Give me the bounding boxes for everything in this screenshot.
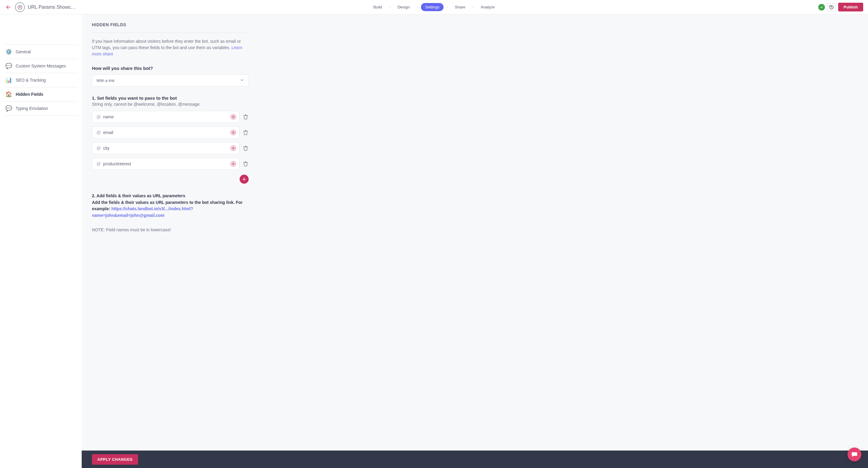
trash-icon[interactable] — [243, 114, 249, 120]
bar-chart-icon: 📊 — [5, 77, 12, 83]
nav-design[interactable]: Design — [393, 3, 414, 11]
chevron-right-icon: › — [472, 5, 473, 9]
lowercase-note: NOTE: Field names must be in lowercase! — [92, 227, 249, 232]
history-button[interactable] — [827, 3, 836, 11]
svg-point-2 — [19, 6, 21, 7]
apply-changes-button[interactable]: APPLY CHANGES — [92, 454, 138, 465]
type-badge: A — [230, 161, 236, 167]
field-box: @ A — [92, 142, 240, 154]
fields-list: @ A @ A — [92, 111, 249, 184]
back-arrow-icon[interactable] — [5, 4, 12, 11]
type-badge: A — [230, 114, 236, 120]
publish-button[interactable]: Publish — [838, 3, 863, 11]
field-input-productinterest[interactable] — [103, 161, 230, 166]
svg-point-3 — [20, 6, 20, 7]
type-badge: A — [230, 145, 236, 151]
chevron-right-icon: › — [417, 5, 418, 9]
field-box: @ A — [92, 111, 240, 123]
step1-title: 1. Set fields you want to pass to the bo… — [92, 96, 249, 101]
field-input-city[interactable] — [103, 146, 230, 151]
field-row: @ A — [92, 142, 249, 154]
gear-icon: ⚙️ — [5, 48, 12, 55]
status-ok-icon — [818, 4, 825, 10]
share-select-value: With a link — [96, 78, 115, 83]
chat-icon: 💬 — [5, 63, 12, 69]
type-badge: A — [230, 130, 236, 136]
share-question: How will you share this bot? — [92, 66, 249, 71]
settings-sidebar: ⚙️ General 💬 Custom System Messages 📊 SE… — [0, 14, 82, 468]
bot-avatar — [15, 2, 25, 12]
footer-bar: APPLY CHANGES — [82, 450, 868, 468]
chevron-right-icon: › — [447, 5, 447, 9]
topbar: URL Params Showc… Build › Design › Setti… — [0, 0, 868, 14]
bot-title: URL Params Showc… — [28, 4, 76, 10]
sidebar-item-label: Custom System Messages — [16, 64, 66, 68]
add-field-button[interactable] — [240, 175, 249, 184]
trash-icon[interactable] — [243, 161, 249, 167]
sidebar-item-hidden-fields[interactable]: 🏠 Hidden Fields — [4, 87, 78, 101]
chevron-down-icon — [240, 78, 244, 83]
field-row: @ A — [92, 127, 249, 138]
trash-icon[interactable] — [243, 145, 249, 151]
topbar-right: Publish — [818, 3, 863, 11]
sidebar-item-seo[interactable]: 📊 SEO & Tracking — [4, 73, 78, 87]
at-icon: @ — [96, 161, 101, 166]
topbar-nav: Build › Design › Settings › Share › Anal… — [369, 3, 499, 11]
step2-title: 2. Add fields & their values as URL para… — [92, 193, 185, 198]
field-input-name[interactable] — [103, 114, 230, 119]
step1-note: String only, cannot be @welcome, @locati… — [92, 102, 249, 107]
at-icon: @ — [96, 130, 101, 135]
sidebar-item-csm[interactable]: 💬 Custom System Messages — [4, 59, 78, 73]
at-icon: @ — [96, 114, 101, 119]
sidebar-item-label: General — [16, 49, 31, 54]
sidebar-item-label: Typing Emulation — [16, 106, 48, 111]
nav-analyze[interactable]: Analyze — [476, 3, 499, 11]
intro-text-body: If you have information about visitors b… — [92, 39, 241, 50]
sidebar-item-general[interactable]: ⚙️ General — [4, 44, 78, 59]
intro-text: If you have information about visitors b… — [92, 38, 249, 57]
nav-build[interactable]: Build — [369, 3, 386, 11]
nav-share[interactable]: Share — [451, 3, 470, 11]
share-select[interactable]: With a link — [92, 74, 249, 87]
field-input-email[interactable] — [103, 130, 230, 135]
at-icon: @ — [96, 146, 101, 151]
chat-icon: 💬 — [5, 105, 12, 112]
house-icon: 🏠 — [5, 91, 12, 98]
chevron-right-icon: › — [390, 5, 390, 9]
sidebar-item-label: SEO & Tracking — [16, 78, 46, 82]
intercom-chat-icon[interactable] — [847, 447, 861, 461]
field-box: @ A — [92, 158, 240, 170]
field-row: @ A — [92, 111, 249, 123]
step2-block: 2. Add fields & their values as URL para… — [92, 193, 249, 219]
field-box: @ A — [92, 127, 240, 138]
field-row: @ A — [92, 158, 249, 170]
main-content: HIDDEN FIELDS If you have information ab… — [82, 14, 868, 468]
nav-settings[interactable]: Settings — [421, 3, 444, 11]
sidebar-item-typing[interactable]: 💬 Typing Emulation — [4, 101, 78, 115]
trash-icon[interactable] — [243, 130, 249, 136]
sidebar-item-label: Hidden Fields — [16, 92, 43, 97]
page-body: ⚙️ General 💬 Custom System Messages 📊 SE… — [0, 14, 868, 468]
section-title: HIDDEN FIELDS — [92, 22, 249, 33]
topbar-left: URL Params Showc… — [5, 2, 83, 12]
